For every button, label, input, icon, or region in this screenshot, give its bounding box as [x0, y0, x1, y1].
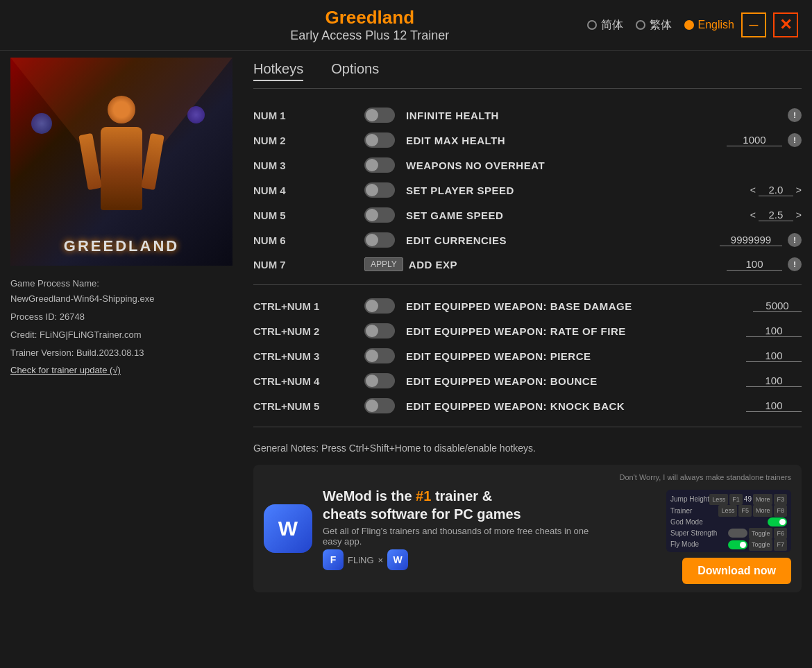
input-num7[interactable]: [727, 258, 782, 271]
toggle-num4[interactable]: [364, 182, 395, 198]
speed-control-num4: < >: [750, 184, 802, 196]
toggle-num5[interactable]: [364, 207, 395, 223]
toggle-ctrl5[interactable]: [364, 398, 395, 413]
info-badge-num6[interactable]: !: [788, 233, 802, 247]
fling-icon: F: [323, 549, 344, 570]
apply-btn-num7[interactable]: APPLY: [364, 257, 403, 271]
input-ctrl1[interactable]: [753, 300, 802, 312]
hotkey-num7: NUM 7: [253, 259, 364, 271]
ad-headline: WeMod is the #1 trainer & cheats softwar…: [323, 487, 609, 523]
hotkey-num6: NUM 6: [253, 234, 364, 246]
toggle-ctrl2[interactable]: [364, 323, 395, 339]
divider-1: [253, 284, 802, 285]
input-num2[interactable]: [727, 134, 782, 146]
toggle-ctrl4[interactable]: [364, 373, 395, 388]
speed-input-num5[interactable]: [759, 209, 793, 221]
lang-radio-zh-simple: [587, 20, 597, 30]
toggle-num2[interactable]: [364, 132, 395, 148]
option-row-ctrl1: CTRL+NUM 1 EDIT EQUIPPED WEAPON: BASE DA…: [253, 293, 802, 318]
game-image: GREEDLAND: [10, 58, 232, 266]
process-label: Game Process Name: NewGreedland-Win64-Sh…: [10, 276, 232, 307]
minimize-button[interactable]: ─: [741, 12, 766, 37]
speed-control-num5: < >: [750, 209, 802, 221]
ctrl-num-options-group: CTRL+NUM 1 EDIT EQUIPPED WEAPON: BASE DA…: [253, 293, 802, 418]
wemod-small-icon: W: [387, 549, 408, 570]
label-num7: ADD EXP: [409, 259, 721, 271]
ad-text: WeMod is the #1 trainer & cheats softwar…: [323, 487, 609, 570]
lang-english[interactable]: English: [684, 19, 734, 31]
speed-increase-num5[interactable]: >: [796, 209, 802, 221]
character-figure: [73, 85, 170, 238]
hotkey-ctrl3: CTRL+NUM 3: [253, 350, 364, 362]
toggle-ctrl1[interactable]: [364, 298, 395, 314]
ad-brand: F FLiNG × W: [323, 549, 609, 570]
option-row-ctrl5: CTRL+NUM 5 EDIT EQUIPPED WEAPON: KNOCK B…: [253, 393, 802, 418]
hotkey-num5: NUM 5: [253, 209, 364, 221]
label-num1: INFINITE HEALTH: [406, 110, 782, 121]
input-ctrl5[interactable]: [746, 400, 802, 412]
left-panel: GREEDLAND Game Process Name: NewGreedlan…: [0, 51, 243, 663]
tab-hotkeys[interactable]: Hotkeys: [253, 61, 303, 81]
num-options-group: NUM 1 INFINITE HEALTH ! NUM 2 EDIT MAX H…: [253, 103, 802, 276]
header: Greedland Early Access Plus 12 Trainer 简…: [0, 0, 812, 51]
right-panel: Hotkeys Options NUM 1 INFINITE HEALTH ! …: [243, 51, 812, 663]
language-selector: 简体 繁体 English: [587, 18, 734, 33]
preview-row-god: God Mode: [670, 517, 787, 528]
toggle-num1[interactable]: [364, 108, 395, 123]
label-ctrl4: EDIT EQUIPPED WEAPON: BOUNCE: [406, 375, 741, 387]
label-num3: WEAPONS NO OVERHEAT: [406, 160, 802, 171]
hotkey-ctrl4: CTRL+NUM 4: [253, 375, 364, 387]
hotkey-num3: NUM 3: [253, 160, 364, 171]
toggle-num6[interactable]: [364, 232, 395, 248]
ad-sub: Get all of Fling's trainers and thousand…: [323, 526, 609, 547]
ad-right: Don't Worry, I will always make standalo…: [620, 473, 791, 584]
speed-input-num4[interactable]: [759, 184, 793, 196]
label-ctrl1: EDIT EQUIPPED WEAPON: BASE DAMAGE: [406, 300, 747, 312]
toggle-ctrl3[interactable]: [364, 348, 395, 363]
hotkey-num4: NUM 4: [253, 185, 364, 196]
option-row-num6: NUM 6 EDIT CURRENCIES !: [253, 228, 802, 252]
game-title: Greedland: [290, 7, 449, 28]
download-button[interactable]: Download now: [682, 558, 791, 584]
tab-options[interactable]: Options: [331, 61, 379, 81]
input-ctrl4[interactable]: [746, 375, 802, 387]
info-badge-num2[interactable]: !: [788, 133, 802, 147]
info-badge-num7[interactable]: !: [788, 257, 802, 271]
option-row-num4: NUM 4 SET PLAYER SPEED < >: [253, 178, 802, 203]
update-link[interactable]: Check for trainer update (√): [10, 365, 121, 375]
label-ctrl5: EDIT EQUIPPED WEAPON: KNOCK BACK: [406, 400, 741, 412]
ad-banner: W WeMod is the #1 trainer & cheats softw…: [253, 465, 802, 592]
label-num6: EDIT CURRENCIES: [406, 234, 714, 246]
ad-preview: Jump Height Less F1 49 More F3 Trainer: [666, 490, 791, 552]
option-row-ctrl2: CTRL+NUM 2 EDIT EQUIPPED WEAPON: RATE OF…: [253, 318, 802, 343]
trainer-subtitle: Early Access Plus 12 Trainer: [290, 28, 449, 43]
label-num4: SET PLAYER SPEED: [406, 185, 745, 196]
option-row-num2: NUM 2 EDIT MAX HEALTH !: [253, 128, 802, 153]
option-row-ctrl3: CTRL+NUM 3 EDIT EQUIPPED WEAPON: PIERCE: [253, 343, 802, 368]
info-badge-num1[interactable]: !: [788, 108, 802, 122]
preview-rows: Jump Height Less F1 49 More F3 Trainer: [670, 494, 787, 551]
close-button[interactable]: ✕: [773, 12, 798, 37]
input-ctrl2[interactable]: [746, 325, 802, 337]
ad-note: Don't Worry, I will always make standalo…: [620, 473, 791, 481]
input-ctrl3[interactable]: [746, 350, 802, 362]
lang-radio-english: [684, 20, 694, 30]
hotkey-ctrl1: CTRL+NUM 1: [253, 300, 364, 312]
tabs: Hotkeys Options: [253, 51, 802, 89]
speed-decrease-num4[interactable]: <: [750, 185, 756, 196]
preview-row-fly: Fly Mode Toggle F7: [670, 539, 787, 550]
speed-increase-num4[interactable]: >: [796, 185, 802, 196]
preview-row-strength: Super Strength Toggle F6: [670, 528, 787, 539]
pid-label: Process ID: 26748: [10, 309, 232, 325]
lang-zh-trad[interactable]: 繁体: [636, 18, 672, 33]
hotkey-ctrl5: CTRL+NUM 5: [253, 400, 364, 412]
toggle-num3[interactable]: [364, 157, 395, 173]
label-num5: SET GAME SPEED: [406, 209, 745, 221]
wemod-app-icon: W: [264, 504, 312, 553]
lang-zh-simple[interactable]: 简体: [587, 18, 623, 33]
speed-decrease-num5[interactable]: <: [750, 209, 756, 221]
general-notes: General Notes: Press Ctrl+Shift+Home to …: [253, 436, 802, 459]
hotkey-num2: NUM 2: [253, 135, 364, 146]
input-num6[interactable]: [720, 234, 782, 246]
header-title: Greedland Early Access Plus 12 Trainer: [290, 7, 449, 43]
